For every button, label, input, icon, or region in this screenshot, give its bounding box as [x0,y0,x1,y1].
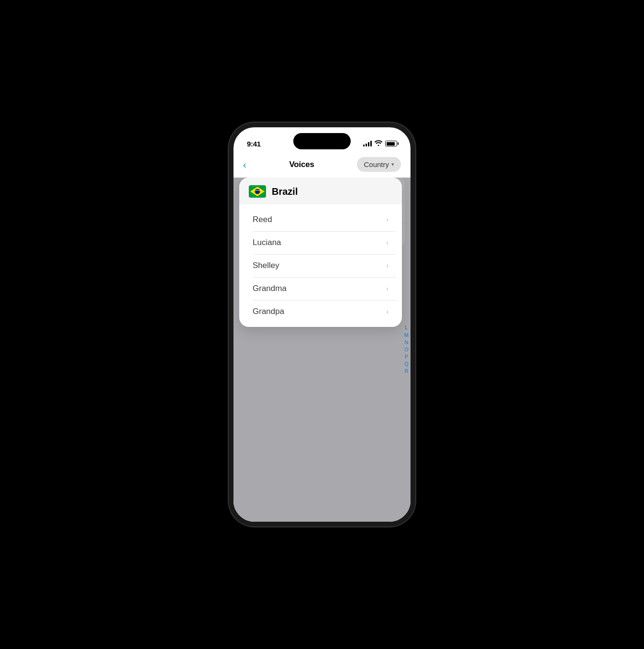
alphabet-index: L M N O P Q R [404,187,409,512]
brazil-country-name: Brazil [272,186,298,197]
brazil-voices-list: Reed › Luciana › Shelley › Grandma › [245,208,396,323]
alpha-n[interactable]: N [404,339,409,346]
voice-name-luciana: Luciana [253,238,281,247]
voice-item-shelley[interactable]: Shelley › [245,254,396,277]
alpha-r[interactable]: R [404,368,409,374]
voice-item-grandma[interactable]: Grandma › [245,277,396,300]
voice-chevron-grandma: › [386,285,389,292]
svg-point-2 [255,189,260,194]
page-title: Voices [289,160,314,169]
dynamic-island [293,133,351,149]
voice-name-shelley: Shelley [253,261,279,270]
voice-chevron-shelley: › [386,262,389,269]
content-area: Rocko › Flo › Sandy › [233,178,411,522]
status-icons [363,140,397,147]
voice-chevron-luciana: › [386,239,389,246]
voice-item-luciana[interactable]: Luciana › [245,231,396,254]
wifi-icon [375,140,382,147]
nav-bar: ‹ Voices Country ▾ [233,153,411,178]
alpha-q[interactable]: Q [404,361,409,367]
voice-name-grandpa: Grandpa [253,307,284,316]
alpha-p[interactable]: P [404,354,409,360]
voice-item-grandpa[interactable]: Grandpa › [245,300,396,323]
alpha-m[interactable]: M [404,332,409,338]
voice-chevron-reed: › [386,216,389,224]
country-button-label: Country [364,160,389,168]
alpha-o[interactable]: O [404,347,409,353]
back-chevron-icon: ‹ [243,160,246,169]
voice-name-grandma: Grandma [253,284,287,293]
signal-icon [363,141,372,146]
battery-icon [385,141,397,146]
brazil-header: Brazil [239,178,402,204]
back-button[interactable]: ‹ [243,158,246,171]
country-filter-button[interactable]: Country ▾ [357,157,401,172]
voice-name-reed: Reed [253,215,272,224]
country-chevron-icon: ▾ [391,161,394,168]
voice-chevron-grandpa: › [386,308,389,315]
voice-item-reed[interactable]: Reed › [245,208,396,231]
phone-frame: 9:41 ‹ [229,123,415,526]
status-time: 9:41 [247,140,261,148]
brazil-flag-icon [249,185,266,198]
alpha-l[interactable]: L [404,324,409,331]
brazil-card: Brazil Reed › Luciana › Shelley › [239,178,402,327]
